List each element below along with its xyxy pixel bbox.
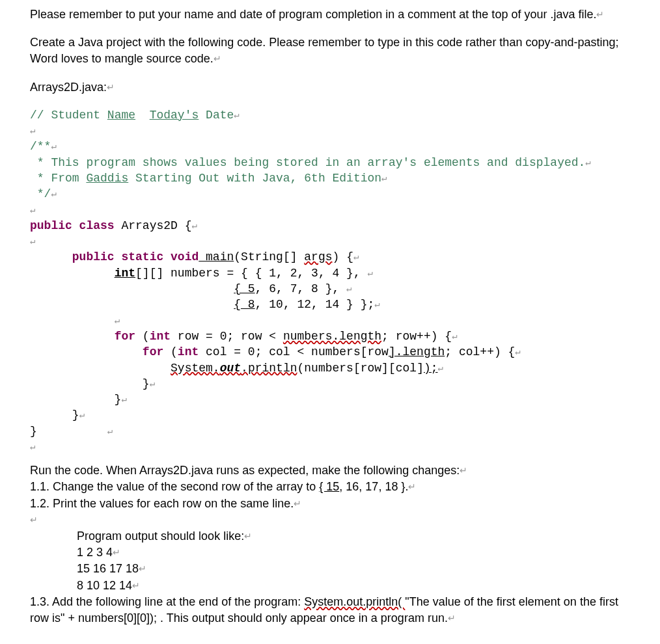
t: ( <box>135 330 150 343</box>
t: , 16, 17, 18 }. <box>339 480 408 493</box>
t <box>135 109 150 122</box>
t: 1 2 3 4 <box>77 546 113 559</box>
t: // Student <box>30 109 107 122</box>
pilcrow: ↵ <box>51 189 56 199</box>
pilcrow: ↵ <box>191 221 197 231</box>
t: { 15 <box>319 480 339 493</box>
output-line-3: 8 10 12 14↵ <box>77 578 630 594</box>
t: ; col++) { <box>445 345 515 358</box>
t <box>30 250 72 263</box>
t: out <box>220 362 241 375</box>
blank-line: ↵ <box>30 512 630 528</box>
comment-open: /** <box>30 140 51 153</box>
t: "The value of the first element on <box>405 595 577 608</box>
comment-student: // Student Name Today's Date <box>30 109 234 122</box>
pilcrow: ↵ <box>30 442 35 452</box>
t: } <box>30 393 121 406</box>
t: } <box>30 409 79 422</box>
pilcrow: ↵ <box>132 580 140 591</box>
t: 1.1. Change the value of the second row … <box>30 480 319 493</box>
pilcrow: ↵ <box>585 157 590 167</box>
t: Date <box>199 109 234 122</box>
t: main <box>199 250 234 263</box>
output-line-1: 1 2 3 4↵ <box>77 544 630 561</box>
t: , 10, 12, 14 } }; <box>255 298 375 311</box>
t: row = 0; row < <box>171 330 283 343</box>
pilcrow: ↵ <box>374 299 379 310</box>
t <box>30 362 171 375</box>
pilcrow: ↵ <box>452 331 457 342</box>
pilcrow: ↵ <box>346 284 351 294</box>
t: } <box>30 377 150 390</box>
comment-line: * From Gaddis Starting Out with Java, 6t… <box>30 172 381 185</box>
output-line-2: 15 16 17 18↵ <box>77 561 630 577</box>
t: Gaddis <box>86 172 128 185</box>
pilcrow: ↵ <box>515 347 520 357</box>
kw: public <box>72 250 115 263</box>
t <box>30 345 143 358</box>
t: args <box>304 250 332 263</box>
kw: for <box>143 345 163 358</box>
pilcrow: ↵ <box>113 548 120 558</box>
t: ( <box>163 345 178 358</box>
instruction-paragraph-1: Please remember to put your name and dat… <box>30 7 630 23</box>
task-1-1: 1.1. Change the value of the second row … <box>30 479 630 495</box>
filename-label: Arrays2D.java:↵ <box>30 79 630 96</box>
pilcrow: ↵ <box>107 82 115 92</box>
run-instruction: Run the code. When Arrays2D.java runs as… <box>30 463 630 479</box>
kw: void <box>163 250 199 263</box>
t: ); <box>424 362 438 375</box>
t: (numbers[row][col] <box>297 362 424 375</box>
pilcrow: ↵ <box>408 482 416 492</box>
t: (String[] <box>234 250 304 263</box>
instruction-paragraph-2: Create a Java project with the following… <box>30 34 630 67</box>
text: Create a Java project with the following… <box>30 36 619 65</box>
t: ].length <box>389 345 445 358</box>
pilcrow: ↵ <box>150 379 155 389</box>
t: 1.2. Print the values for each row on th… <box>30 497 294 510</box>
t: 15 16 17 18 <box>77 562 139 575</box>
pilcrow: ↵ <box>368 268 373 278</box>
pilcrow: ↵ <box>30 515 38 525</box>
kw: int <box>150 330 171 343</box>
comment-line: * This program shows values being stored… <box>30 156 585 169</box>
t: ) { <box>333 250 353 263</box>
pilcrow: ↵ <box>460 466 467 476</box>
kw: static <box>115 250 164 263</box>
text: Arrays2D.java: <box>30 81 107 94</box>
t: 1.3. Add the following line at the end o… <box>30 595 304 608</box>
t: 8 10 12 14 <box>77 579 132 592</box>
comment-close: */ <box>30 187 51 200</box>
kw: public <box>30 219 72 232</box>
pilcrow: ↵ <box>244 531 252 541</box>
code-block: // Student Name Today's Date↵ ↵ /**↵ * T… <box>30 107 630 455</box>
pilcrow: ↵ <box>121 394 126 405</box>
t: { 8 <box>234 298 254 311</box>
pilcrow: ↵ <box>139 564 146 574</box>
pilcrow: ↵ <box>294 498 301 509</box>
t <box>30 267 115 280</box>
t: Name <box>107 109 135 122</box>
pilcrow: ↵ <box>438 362 443 373</box>
pilcrow: ↵ <box>596 9 604 20</box>
t: System. <box>171 362 220 375</box>
kw: class <box>72 219 115 232</box>
pilcrow: ↵ <box>353 252 359 262</box>
task-1-3: 1.3. Add the following line at the end o… <box>30 594 630 626</box>
pilcrow: ↵ <box>381 173 387 183</box>
t <box>30 330 115 343</box>
kw: int <box>115 267 135 280</box>
pilcrow: ↵ <box>107 425 113 436</box>
t: Starting Out with Java, 6th Edition <box>128 172 381 185</box>
task-1-2: 1.2. Print the values for each row on th… <box>30 496 630 512</box>
t: System.out.println( <box>304 595 405 608</box>
t: Program output should look like: <box>77 530 244 543</box>
t: Run the code. When Arrays2D.java runs as… <box>30 464 460 477</box>
kw: for <box>115 330 135 343</box>
pilcrow: ↵ <box>51 141 56 152</box>
t: col = 0; col < numbers[row <box>199 345 389 358</box>
pilcrow: ↵ <box>30 236 35 247</box>
t: [][] numbers = { { 1, 2, 3, 4 }, <box>135 267 367 280</box>
pilcrow: ↵ <box>30 126 35 136</box>
text: Please remember to put your name and dat… <box>30 8 596 21</box>
